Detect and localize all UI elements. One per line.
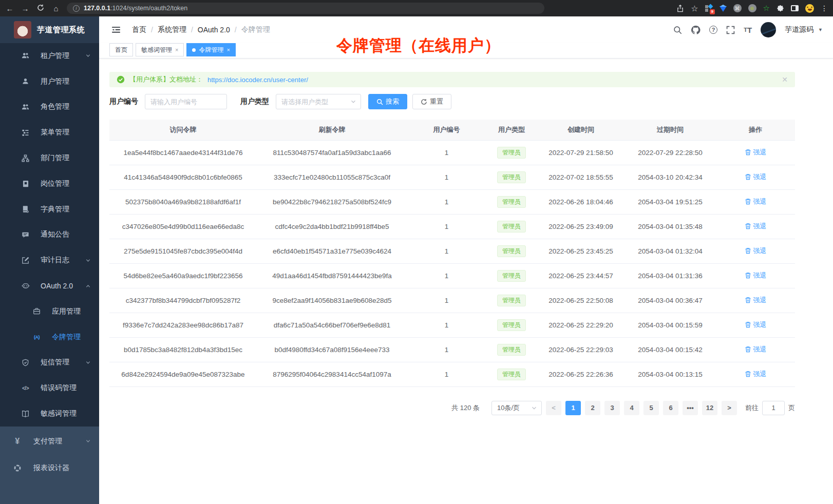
user-id-cell: 1	[407, 263, 486, 288]
side-panel-icon[interactable]	[791, 5, 799, 11]
command-extension-icon[interactable]: ⌘	[733, 4, 742, 12]
sidebar-item-sensitive[interactable]: 敏感词管理	[0, 401, 99, 427]
tab-label: 敏感词管理	[141, 46, 172, 54]
star-extension-icon[interactable]: ☆	[763, 4, 770, 13]
sidebar-item-user[interactable]: 用户管理	[0, 69, 99, 94]
browser-reload-icon[interactable]	[36, 4, 45, 13]
page-size-value[interactable]	[491, 401, 542, 415]
access-token-cell: f9336e7c7dd242a283ee98dc86b17a87	[109, 313, 257, 337]
breadcrumb-item[interactable]: 首页	[132, 25, 146, 34]
expire-time-cell: 2054-03-04 01:35:48	[624, 214, 716, 239]
search-button[interactable]: 搜索	[368, 94, 407, 109]
tab-home[interactable]: 首页	[109, 43, 133, 56]
user-type-input[interactable]	[276, 94, 361, 109]
created-time-cell: 2022-06-25 23:44:57	[537, 263, 624, 288]
force-logout-button[interactable]: 强退	[745, 320, 767, 329]
force-logout-button[interactable]: 强退	[745, 222, 767, 231]
breadcrumb-item[interactable]: 系统管理	[158, 25, 186, 34]
sidebar-item-label: 租户管理	[41, 51, 69, 61]
dot-extension-icon[interactable]	[748, 4, 756, 12]
sidebar-item-post[interactable]: 岗位管理	[0, 171, 99, 197]
browser-forward-icon[interactable]: →	[21, 4, 30, 13]
page-ellipsis[interactable]: •••	[683, 401, 698, 415]
force-logout-button[interactable]: 强退	[745, 197, 767, 206]
browser-back-icon[interactable]: ←	[5, 4, 14, 13]
address-bar[interactable]: i 127.0.0.1:1024/system/oauth2/token	[67, 3, 544, 14]
share-icon[interactable]	[676, 5, 684, 12]
operation-cell: 强退	[716, 239, 795, 263]
page-button-2[interactable]: 2	[585, 401, 600, 415]
sidebar-item-pay[interactable]: ¥支付管理	[0, 428, 99, 455]
column-header: 刷新令牌	[257, 120, 407, 140]
page-button-5[interactable]: 5	[643, 401, 659, 415]
github-icon[interactable]	[691, 25, 701, 35]
extension-grid-icon[interactable]: 9	[705, 5, 713, 12]
user-type-select[interactable]	[276, 94, 361, 109]
sidebar-item-app[interactable]: 应用管理	[0, 299, 99, 324]
help-icon[interactable]: ?	[709, 26, 717, 34]
sidebar-item-sms[interactable]: 短信管理	[0, 350, 99, 376]
chevron-down-icon	[85, 53, 91, 59]
sidebar-item-errcode[interactable]: </>错误码管理	[0, 375, 99, 401]
page-button-4[interactable]: 4	[624, 401, 639, 415]
sidebar-collapse-icon[interactable]	[111, 26, 121, 34]
sidebar-item-dict[interactable]: 字典管理	[0, 197, 99, 222]
puzzle-extensions-icon[interactable]	[777, 5, 784, 12]
sidebar-item-tenant[interactable]: 租户管理	[0, 43, 99, 69]
table-row: f9336e7c7dd242a283ee98dc86b17a87dfa6c71a…	[109, 313, 795, 337]
search-icon[interactable]	[673, 26, 682, 34]
expire-time-cell: 2054-03-04 00:36:47	[624, 288, 716, 313]
browser-home-icon[interactable]: ⌂	[51, 4, 61, 13]
sidebar-item-audit[interactable]: 审计日志	[0, 247, 99, 273]
sidebar-item-dept[interactable]: 部门管理	[0, 145, 99, 171]
sidebar-item-role[interactable]: 角色管理	[0, 94, 99, 120]
next-page-button[interactable]: >	[722, 401, 737, 415]
fullscreen-icon[interactable]	[726, 26, 735, 34]
tab-close-icon[interactable]: ×	[226, 47, 230, 53]
bookmark-star-icon[interactable]: ☆	[691, 4, 698, 13]
browser-menu-icon[interactable]: ⋮	[821, 4, 828, 12]
force-logout-button[interactable]: 强退	[745, 246, 767, 256]
page-button-3[interactable]: 3	[604, 401, 620, 415]
force-logout-button[interactable]: 强退	[745, 296, 767, 305]
doc-link[interactable]: https://doc.iocoder.cn/user-center/	[207, 76, 308, 84]
tab-close-icon[interactable]: ×	[175, 47, 178, 53]
sidebar-item-report[interactable]: 报表设计器	[0, 455, 99, 481]
page-size-select[interactable]	[491, 401, 542, 415]
page-button-12[interactable]: 12	[702, 401, 717, 415]
trash-icon	[745, 173, 751, 180]
expire-time-cell: 2054-03-04 01:32:04	[624, 239, 716, 263]
sidebar-item-oauth[interactable]: OAuth 2.0	[0, 273, 99, 299]
force-logout-button[interactable]: 强退	[745, 345, 767, 354]
alert-close-icon[interactable]: ✕	[782, 75, 788, 84]
force-logout-button[interactable]: 强退	[745, 172, 767, 182]
sidebar-item-notice[interactable]: 通知公告	[0, 222, 99, 248]
force-logout-button[interactable]: 强退	[745, 271, 767, 280]
force-logout-button[interactable]: 强退	[745, 370, 767, 379]
page-button-6[interactable]: 6	[663, 401, 678, 415]
user-id-input[interactable]	[145, 94, 227, 109]
operation-cell: 强退	[716, 362, 795, 386]
tab-token[interactable]: 令牌管理×	[186, 43, 235, 56]
users-icon	[21, 52, 30, 60]
gem-extension-icon[interactable]	[720, 5, 727, 12]
sidebar-item-token[interactable]: (A)令牌管理	[0, 324, 99, 350]
avatar[interactable]	[761, 22, 776, 37]
prev-page-button[interactable]: <	[546, 401, 561, 415]
breadcrumb-item: 令牌管理	[241, 25, 270, 34]
chevron-down-icon[interactable]: ▼	[818, 27, 823, 32]
tab-sensitive[interactable]: 敏感词管理×	[136, 43, 184, 56]
breadcrumb-item[interactable]: OAuth 2.0	[198, 26, 230, 34]
force-logout-button[interactable]: 强退	[745, 148, 767, 157]
reset-button[interactable]: 重置	[412, 94, 451, 109]
goto-page-input[interactable]	[762, 401, 785, 415]
sidebar-item-menu[interactable]: 菜单管理	[0, 120, 99, 145]
page-button-1[interactable]: 1	[565, 401, 581, 415]
force-logout-label: 强退	[753, 370, 767, 379]
profile-emoji-icon[interactable]	[805, 4, 814, 13]
user-name[interactable]: 芋道源码	[785, 25, 813, 34]
site-info-icon[interactable]: i	[73, 5, 80, 12]
font-size-icon[interactable]: TT	[744, 26, 752, 34]
edit-log-icon	[21, 257, 30, 264]
user-type-badge: 管理员	[497, 295, 526, 306]
